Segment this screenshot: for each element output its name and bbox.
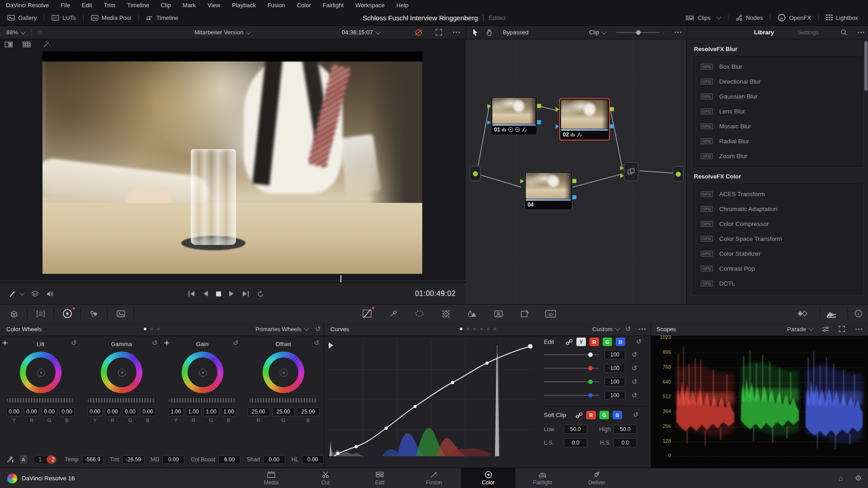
list-item[interactable]: GPUZoom Blur — [693, 149, 862, 164]
slider-track[interactable] — [544, 354, 599, 355]
bypass-grades-icon[interactable] — [414, 28, 424, 37]
grid-view-icon[interactable] — [23, 41, 31, 48]
menu-color[interactable]: Color — [291, 2, 317, 9]
timeline-toggle[interactable]: Timeline — [139, 10, 186, 25]
menu-playback[interactable]: Playback — [226, 2, 262, 9]
tint-value[interactable]: -26.59 — [122, 455, 144, 464]
nodes-toggle[interactable]: Nodes — [728, 10, 770, 25]
custom-curve-editor[interactable] — [329, 339, 534, 460]
highlights-value[interactable]: 0.00 — [302, 455, 324, 464]
soft-clip-b-button[interactable]: B — [613, 411, 622, 419]
gallery-toggle[interactable]: Gallery — [0, 10, 44, 25]
pan-tool-icon[interactable] — [486, 29, 493, 36]
viewer-timecode[interactable]: 04:36:15:07 — [342, 29, 380, 36]
value-box[interactable]: 0.00 — [6, 407, 22, 416]
scope-mode-select[interactable]: Parade — [787, 326, 813, 333]
list-item[interactable]: GPUDirectional Blur — [693, 74, 862, 89]
menu-mark[interactable]: Mark — [177, 2, 202, 9]
key-input[interactable] — [487, 120, 491, 125]
rgb-output[interactable] — [610, 107, 614, 111]
output-node[interactable] — [673, 166, 684, 182]
video-preview[interactable] — [42, 52, 422, 274]
list-item[interactable]: GPUDCTL — [693, 276, 862, 291]
reset-icon[interactable]: ↺ — [152, 340, 158, 347]
rgb-output[interactable] — [572, 179, 576, 183]
channel-r-button[interactable]: R — [590, 338, 599, 346]
mixer-input-1[interactable] — [620, 166, 624, 170]
gain-color-wheel[interactable] — [182, 352, 223, 393]
reset-icon[interactable]: ↺ — [632, 365, 637, 372]
value-box[interactable]: 0.00 — [105, 407, 120, 416]
gain-master-wheel[interactable] — [168, 398, 237, 403]
power-window-icon[interactable] — [406, 305, 433, 323]
color-match-icon[interactable] — [28, 305, 54, 323]
viewer-options-icon[interactable] — [453, 32, 454, 33]
value-box[interactable]: 100 — [604, 364, 625, 373]
settings-gear-icon[interactable]: ⚙ — [855, 474, 862, 483]
keyframes-icon[interactable] — [789, 305, 816, 323]
mixer-input-2[interactable] — [620, 174, 624, 178]
reset-icon[interactable]: ↺ — [632, 379, 637, 385]
layer-mixer-node[interactable] — [624, 162, 638, 181]
node-zoom-slider[interactable] — [616, 32, 660, 33]
page-tab-fusion[interactable]: Fusion — [407, 468, 461, 488]
crosshair-icon[interactable] — [2, 340, 8, 346]
slider-handle[interactable] — [636, 30, 641, 35]
menu-app[interactable]: DaVinci Resolve — [0, 2, 55, 9]
node-graph[interactable]: 01 02 — [466, 39, 686, 304]
menu-timeline[interactable]: Timeline — [121, 2, 155, 9]
playhead[interactable] — [340, 275, 341, 283]
list-item[interactable]: GPUMosaic Blur — [693, 119, 862, 134]
corrector-node-04[interactable]: 04 — [524, 171, 572, 210]
expand-scope-icon[interactable] — [839, 326, 845, 332]
viewer-zoom-select[interactable]: 88% — [6, 29, 25, 36]
picker-icon[interactable] — [6, 456, 14, 463]
reset-icon[interactable]: ↺ — [625, 326, 631, 333]
scope-settings-icon[interactable] — [822, 326, 830, 332]
tab-library[interactable]: Library — [754, 29, 774, 36]
menu-view[interactable]: View — [202, 2, 226, 9]
curves-page-dots[interactable] — [460, 328, 496, 330]
list-item[interactable]: GPURadial Blur — [693, 134, 862, 149]
palette-page-dots[interactable] — [144, 328, 160, 330]
page-tab-cut[interactable]: Cut — [298, 468, 353, 488]
menu-clip[interactable]: Clip — [155, 2, 177, 9]
value-box[interactable]: 25.00 — [297, 407, 320, 416]
camera-raw-icon[interactable] — [1, 305, 27, 323]
scrollbar-thumb[interactable] — [864, 41, 868, 91]
node-zoom-select[interactable]: Clip — [589, 29, 606, 36]
list-item[interactable]: GPUColor Space Transform — [693, 231, 862, 246]
value-box[interactable]: 0.00 — [87, 407, 103, 416]
link-icon[interactable] — [566, 339, 573, 345]
value-box[interactable]: 0.00 — [24, 407, 39, 416]
value-box[interactable]: 1.00 — [203, 407, 219, 416]
adjustment-page-toggle[interactable]: 1 2 — [33, 455, 57, 464]
color-boost-value[interactable]: 6.00 — [218, 455, 241, 464]
unmix-icon[interactable] — [31, 291, 39, 297]
3d-palette-icon[interactable]: 3D — [538, 305, 564, 323]
value-box[interactable]: 1.00 — [186, 407, 201, 416]
soft-clip-g-button[interactable]: G — [599, 411, 609, 419]
node-options-icon[interactable] — [675, 32, 676, 33]
list-item[interactable]: GPUACES Transform — [693, 187, 862, 202]
corrector-node-01[interactable]: 01 — [491, 96, 537, 135]
value-box[interactable]: 1.00 — [168, 407, 184, 416]
page-2[interactable]: 2 — [47, 455, 57, 464]
lift-color-wheel[interactable] — [20, 352, 61, 393]
offset-master-wheel[interactable] — [249, 398, 318, 403]
menu-workspace[interactable]: Workspace — [349, 2, 391, 9]
soft-clip-low[interactable]: 50.0 — [564, 425, 587, 434]
gamma-color-wheel[interactable] — [101, 352, 142, 393]
value-box[interactable]: 0.00 — [140, 407, 156, 416]
audio-mute-icon[interactable] — [46, 291, 54, 297]
blur-palette-icon[interactable] — [459, 305, 485, 323]
auto-grade-wand-icon[interactable] — [8, 290, 24, 298]
page-tab-fairlight[interactable]: Fairlight — [515, 468, 570, 488]
high-softness[interactable]: 0.0 — [613, 438, 637, 447]
rgb-input[interactable] — [487, 104, 491, 108]
reset-all-icon[interactable]: ↺ — [315, 326, 321, 333]
channel-b-button[interactable]: B — [616, 338, 625, 346]
slider-track[interactable] — [544, 395, 599, 396]
qualifier-icon[interactable] — [380, 305, 406, 323]
page-1[interactable]: 1 — [34, 455, 47, 464]
